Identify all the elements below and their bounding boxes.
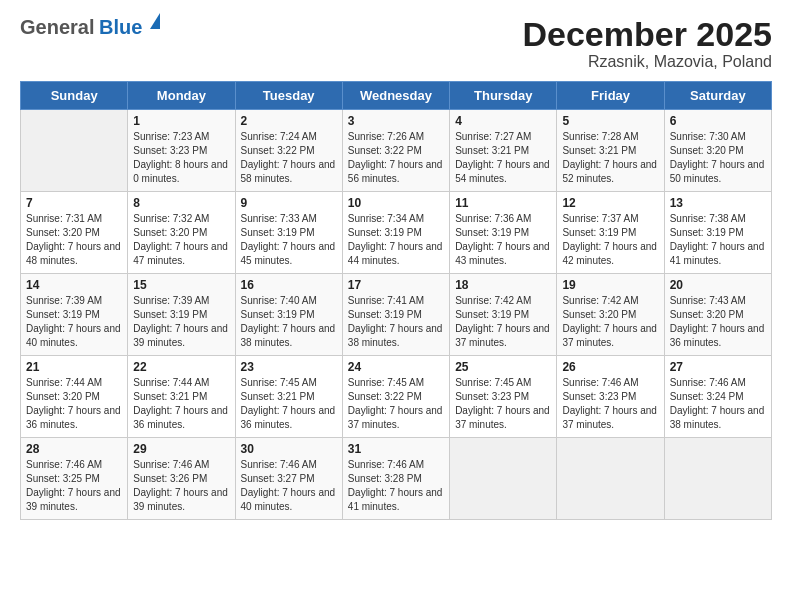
daylight-text: Daylight: 7 hours and 39 minutes.	[133, 323, 228, 348]
cell-info: Sunrise: 7:42 AM Sunset: 3:19 PM Dayligh…	[455, 294, 551, 350]
calendar-cell: 27 Sunrise: 7:46 AM Sunset: 3:24 PM Dayl…	[664, 356, 771, 438]
day-number: 23	[241, 360, 337, 374]
sunset-text: Sunset: 3:19 PM	[133, 309, 207, 320]
cell-info: Sunrise: 7:32 AM Sunset: 3:20 PM Dayligh…	[133, 212, 229, 268]
col-saturday: Saturday	[664, 82, 771, 110]
calendar-cell: 24 Sunrise: 7:45 AM Sunset: 3:22 PM Dayl…	[342, 356, 449, 438]
calendar-cell: 17 Sunrise: 7:41 AM Sunset: 3:19 PM Dayl…	[342, 274, 449, 356]
cell-info: Sunrise: 7:46 AM Sunset: 3:25 PM Dayligh…	[26, 458, 122, 514]
cell-info: Sunrise: 7:23 AM Sunset: 3:23 PM Dayligh…	[133, 130, 229, 186]
daylight-text: Daylight: 7 hours and 56 minutes.	[348, 159, 443, 184]
sunrise-text: Sunrise: 7:30 AM	[670, 131, 746, 142]
calendar-cell: 4 Sunrise: 7:27 AM Sunset: 3:21 PM Dayli…	[450, 110, 557, 192]
sunrise-text: Sunrise: 7:42 AM	[562, 295, 638, 306]
calendar-cell: 15 Sunrise: 7:39 AM Sunset: 3:19 PM Dayl…	[128, 274, 235, 356]
cell-info: Sunrise: 7:41 AM Sunset: 3:19 PM Dayligh…	[348, 294, 444, 350]
sunrise-text: Sunrise: 7:46 AM	[348, 459, 424, 470]
sunset-text: Sunset: 3:20 PM	[26, 391, 100, 402]
calendar-cell: 11 Sunrise: 7:36 AM Sunset: 3:19 PM Dayl…	[450, 192, 557, 274]
sunset-text: Sunset: 3:22 PM	[348, 145, 422, 156]
daylight-text: Daylight: 7 hours and 58 minutes.	[241, 159, 336, 184]
calendar-cell: 21 Sunrise: 7:44 AM Sunset: 3:20 PM Dayl…	[21, 356, 128, 438]
cell-info: Sunrise: 7:46 AM Sunset: 3:28 PM Dayligh…	[348, 458, 444, 514]
day-number: 19	[562, 278, 658, 292]
weekday-header-row: Sunday Monday Tuesday Wednesday Thursday…	[21, 82, 772, 110]
calendar-cell: 16 Sunrise: 7:40 AM Sunset: 3:19 PM Dayl…	[235, 274, 342, 356]
calendar-week-row: 21 Sunrise: 7:44 AM Sunset: 3:20 PM Dayl…	[21, 356, 772, 438]
sunrise-text: Sunrise: 7:38 AM	[670, 213, 746, 224]
sunset-text: Sunset: 3:19 PM	[562, 227, 636, 238]
day-number: 8	[133, 196, 229, 210]
daylight-text: Daylight: 7 hours and 38 minutes.	[670, 405, 765, 430]
daylight-text: Daylight: 7 hours and 40 minutes.	[241, 487, 336, 512]
day-number: 22	[133, 360, 229, 374]
cell-info: Sunrise: 7:46 AM Sunset: 3:23 PM Dayligh…	[562, 376, 658, 432]
sunrise-text: Sunrise: 7:26 AM	[348, 131, 424, 142]
sunset-text: Sunset: 3:20 PM	[133, 227, 207, 238]
day-number: 30	[241, 442, 337, 456]
day-number: 2	[241, 114, 337, 128]
day-number: 11	[455, 196, 551, 210]
cell-info: Sunrise: 7:28 AM Sunset: 3:21 PM Dayligh…	[562, 130, 658, 186]
day-number: 6	[670, 114, 766, 128]
calendar-cell: 28 Sunrise: 7:46 AM Sunset: 3:25 PM Dayl…	[21, 438, 128, 520]
sunset-text: Sunset: 3:19 PM	[670, 227, 744, 238]
calendar-cell: 25 Sunrise: 7:45 AM Sunset: 3:23 PM Dayl…	[450, 356, 557, 438]
calendar-cell: 18 Sunrise: 7:42 AM Sunset: 3:19 PM Dayl…	[450, 274, 557, 356]
sunset-text: Sunset: 3:19 PM	[455, 309, 529, 320]
sunrise-text: Sunrise: 7:36 AM	[455, 213, 531, 224]
daylight-text: Daylight: 7 hours and 43 minutes.	[455, 241, 550, 266]
calendar-cell: 9 Sunrise: 7:33 AM Sunset: 3:19 PM Dayli…	[235, 192, 342, 274]
day-number: 4	[455, 114, 551, 128]
calendar-cell: 7 Sunrise: 7:31 AM Sunset: 3:20 PM Dayli…	[21, 192, 128, 274]
daylight-text: Daylight: 7 hours and 52 minutes.	[562, 159, 657, 184]
day-number: 3	[348, 114, 444, 128]
sunset-text: Sunset: 3:20 PM	[670, 145, 744, 156]
cell-info: Sunrise: 7:30 AM Sunset: 3:20 PM Dayligh…	[670, 130, 766, 186]
daylight-text: Daylight: 7 hours and 36 minutes.	[670, 323, 765, 348]
calendar-cell: 30 Sunrise: 7:46 AM Sunset: 3:27 PM Dayl…	[235, 438, 342, 520]
cell-info: Sunrise: 7:37 AM Sunset: 3:19 PM Dayligh…	[562, 212, 658, 268]
sunset-text: Sunset: 3:21 PM	[455, 145, 529, 156]
day-number: 20	[670, 278, 766, 292]
sunset-text: Sunset: 3:20 PM	[26, 227, 100, 238]
sunrise-text: Sunrise: 7:24 AM	[241, 131, 317, 142]
calendar-cell: 26 Sunrise: 7:46 AM Sunset: 3:23 PM Dayl…	[557, 356, 664, 438]
daylight-text: Daylight: 7 hours and 41 minutes.	[670, 241, 765, 266]
sunset-text: Sunset: 3:21 PM	[133, 391, 207, 402]
calendar-cell: 31 Sunrise: 7:46 AM Sunset: 3:28 PM Dayl…	[342, 438, 449, 520]
header: General Blue December 2025 Rzasnik, Mazo…	[20, 16, 772, 71]
col-friday: Friday	[557, 82, 664, 110]
sunrise-text: Sunrise: 7:39 AM	[133, 295, 209, 306]
calendar-week-row: 14 Sunrise: 7:39 AM Sunset: 3:19 PM Dayl…	[21, 274, 772, 356]
day-number: 12	[562, 196, 658, 210]
day-number: 26	[562, 360, 658, 374]
sunrise-text: Sunrise: 7:46 AM	[241, 459, 317, 470]
calendar-cell: 19 Sunrise: 7:42 AM Sunset: 3:20 PM Dayl…	[557, 274, 664, 356]
cell-info: Sunrise: 7:26 AM Sunset: 3:22 PM Dayligh…	[348, 130, 444, 186]
day-number: 25	[455, 360, 551, 374]
col-sunday: Sunday	[21, 82, 128, 110]
logo-general: General	[20, 16, 94, 38]
calendar-cell: 20 Sunrise: 7:43 AM Sunset: 3:20 PM Dayl…	[664, 274, 771, 356]
calendar-cell: 29 Sunrise: 7:46 AM Sunset: 3:26 PM Dayl…	[128, 438, 235, 520]
day-number: 16	[241, 278, 337, 292]
daylight-text: Daylight: 7 hours and 39 minutes.	[26, 487, 121, 512]
sunrise-text: Sunrise: 7:39 AM	[26, 295, 102, 306]
sunset-text: Sunset: 3:19 PM	[348, 227, 422, 238]
calendar-cell: 1 Sunrise: 7:23 AM Sunset: 3:23 PM Dayli…	[128, 110, 235, 192]
sunset-text: Sunset: 3:23 PM	[562, 391, 636, 402]
daylight-text: Daylight: 7 hours and 39 minutes.	[133, 487, 228, 512]
sunrise-text: Sunrise: 7:40 AM	[241, 295, 317, 306]
calendar-cell	[450, 438, 557, 520]
day-number: 28	[26, 442, 122, 456]
calendar-table: Sunday Monday Tuesday Wednesday Thursday…	[20, 81, 772, 520]
cell-info: Sunrise: 7:46 AM Sunset: 3:26 PM Dayligh…	[133, 458, 229, 514]
sunrise-text: Sunrise: 7:42 AM	[455, 295, 531, 306]
day-number: 13	[670, 196, 766, 210]
calendar-week-row: 7 Sunrise: 7:31 AM Sunset: 3:20 PM Dayli…	[21, 192, 772, 274]
cell-info: Sunrise: 7:42 AM Sunset: 3:20 PM Dayligh…	[562, 294, 658, 350]
sunrise-text: Sunrise: 7:45 AM	[241, 377, 317, 388]
calendar-cell: 8 Sunrise: 7:32 AM Sunset: 3:20 PM Dayli…	[128, 192, 235, 274]
sunset-text: Sunset: 3:22 PM	[348, 391, 422, 402]
